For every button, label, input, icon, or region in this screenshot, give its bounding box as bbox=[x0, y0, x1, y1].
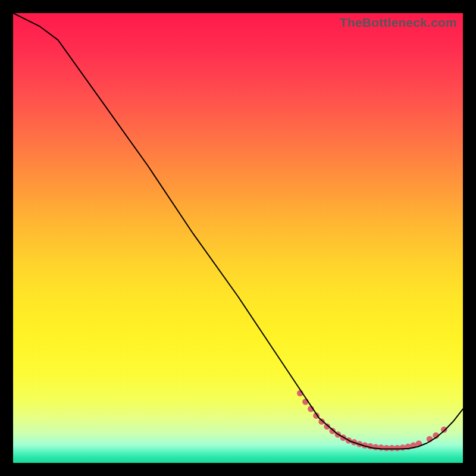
bottleneck-curve bbox=[13, 13, 463, 449]
markers-layer bbox=[297, 390, 447, 452]
marker-dot bbox=[389, 445, 395, 452]
marker-dot bbox=[372, 444, 379, 450]
marker-dot bbox=[399, 444, 406, 451]
marker-dot bbox=[394, 445, 400, 452]
marker-dot bbox=[378, 444, 384, 451]
marker-dot bbox=[441, 427, 447, 433]
chart-stage: TheBottleneck.com bbox=[0, 0, 476, 476]
plot-frame: TheBottleneck.com bbox=[13, 13, 463, 463]
chart-svg bbox=[13, 13, 463, 463]
marker-dot bbox=[383, 445, 390, 452]
